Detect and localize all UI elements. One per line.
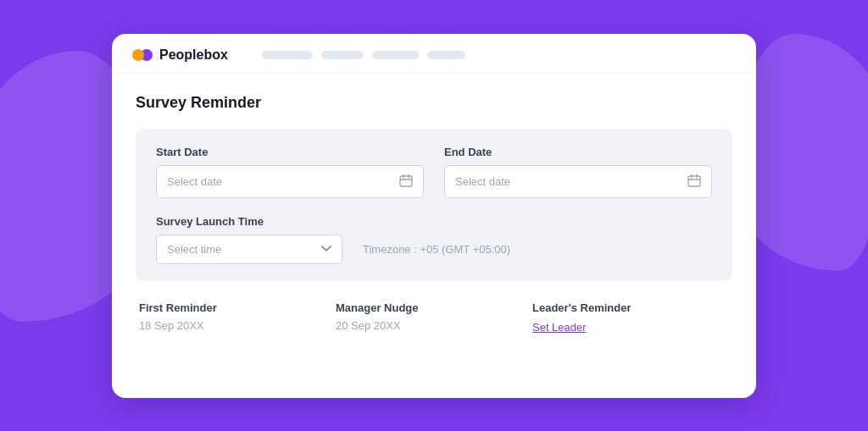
time-placeholder: Select time (167, 243, 221, 256)
date-row: Start Date Select date (156, 146, 712, 198)
end-date-label: End Date (444, 146, 712, 158)
launch-time-group: Survey Launch Time Select time Timezone … (156, 215, 712, 264)
launch-time-label: Survey Launch Time (156, 215, 712, 228)
reminders-row: First Reminder 18 Sep 20XX Manager Nudge… (136, 301, 732, 334)
form-panel: Start Date Select date (136, 129, 732, 281)
nav-pills (262, 51, 465, 59)
start-date-group: Start Date Select date (156, 146, 424, 198)
leaders-reminder-label: Leader's Reminder (532, 301, 729, 314)
svg-rect-0 (400, 176, 412, 186)
logo-icon (132, 49, 153, 61)
start-date-input[interactable]: Select date (156, 165, 424, 198)
card-body: Survey Reminder Start Date Select date (112, 74, 756, 355)
page-title: Survey Reminder (136, 94, 732, 112)
nav-pill-4[interactable] (427, 51, 465, 59)
manager-nudge-col: Manager Nudge 20 Sep 20XX (336, 301, 532, 334)
manager-nudge-value: 20 Sep 20XX (336, 319, 532, 332)
chevron-down-icon (321, 243, 331, 255)
end-date-group: End Date Select date (444, 146, 712, 198)
start-date-placeholder: Select date (167, 175, 222, 188)
timezone-label: Timezone : +05 (GMT +05:00) (363, 243, 510, 256)
leaders-reminder-col: Leader's Reminder Set Leader (532, 301, 729, 334)
nav-pill-2[interactable] (321, 51, 364, 59)
time-row: Select time Timezone : +05 (GMT +05:00) (156, 235, 712, 264)
manager-nudge-label: Manager Nudge (336, 301, 532, 314)
logo-text: Peoplebox (159, 47, 228, 63)
logo: Peoplebox (132, 47, 228, 63)
start-date-calendar-icon (399, 174, 413, 190)
nav-pill-3[interactable] (372, 51, 419, 59)
first-reminder-label: First Reminder (139, 301, 336, 314)
start-date-label: Start Date (156, 146, 424, 158)
time-select[interactable]: Select time (156, 235, 342, 264)
card-header: Peoplebox (112, 34, 756, 74)
end-date-input[interactable]: Select date (444, 165, 712, 198)
main-card: Peoplebox Survey Reminder Start Date Sel… (112, 34, 756, 398)
end-date-placeholder: Select date (455, 175, 510, 188)
end-date-calendar-icon (687, 174, 701, 190)
svg-rect-4 (688, 176, 700, 186)
set-leader-link[interactable]: Set Leader (532, 321, 587, 334)
first-reminder-value: 18 Sep 20XX (139, 319, 336, 332)
nav-pill-1[interactable] (262, 51, 313, 59)
first-reminder-col: First Reminder 18 Sep 20XX (139, 301, 336, 334)
logo-circle-left (132, 49, 144, 61)
